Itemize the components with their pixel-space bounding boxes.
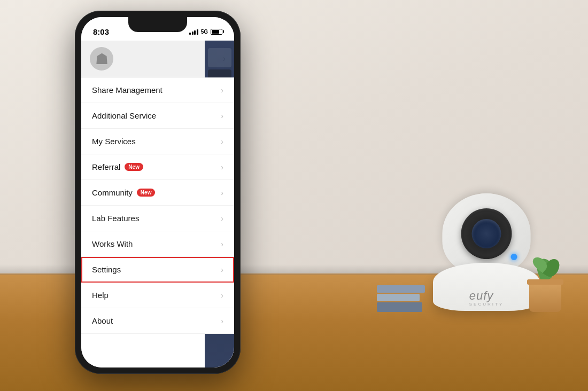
app-content: ☗ › Share Management › Additional Servic… bbox=[81, 41, 234, 367]
menu-list: Share Management › Additional Service › … bbox=[81, 77, 234, 334]
badge-community: New bbox=[137, 189, 156, 197]
phone: 8:03 5G bbox=[75, 11, 251, 380]
plant-pot bbox=[529, 283, 561, 312]
menu-item-help[interactable]: Help › bbox=[81, 283, 234, 308]
menu-chevron-referral: › bbox=[221, 163, 223, 171]
network-type: 5G bbox=[201, 29, 208, 35]
menu-item-label-referral: Referral bbox=[92, 162, 120, 171]
books bbox=[377, 285, 425, 312]
camera-lens-inner bbox=[472, 219, 501, 248]
menu-item-left-referral: Referral New bbox=[92, 162, 143, 171]
menu-item-label-works-with: Works With bbox=[92, 239, 133, 248]
menu-chevron-share-management: › bbox=[221, 86, 223, 95]
menu-item-left-settings: Settings bbox=[92, 265, 121, 274]
menu-item-left-help: Help bbox=[92, 291, 109, 300]
menu-item-left-lab-features: Lab Features bbox=[92, 214, 139, 223]
menu-chevron-lab-features: › bbox=[221, 214, 223, 223]
status-time: 8:03 bbox=[93, 27, 109, 36]
menu-item-lab-features[interactable]: Lab Features › bbox=[81, 206, 234, 231]
menu-item-settings[interactable]: Settings › bbox=[81, 257, 234, 283]
status-icons: 5G bbox=[189, 28, 222, 35]
menu-item-my-services[interactable]: My Services › bbox=[81, 129, 234, 154]
menu-chevron-works-with: › bbox=[221, 240, 223, 248]
battery-fill bbox=[212, 30, 219, 34]
camera-device: eufy SECURITY bbox=[433, 263, 540, 311]
menu-chevron-community: › bbox=[221, 189, 223, 197]
menu-chevron-help: › bbox=[221, 291, 223, 300]
badge-referral: New bbox=[125, 163, 143, 171]
battery-icon bbox=[211, 29, 222, 35]
menu-item-left-about: About bbox=[92, 316, 113, 325]
menu-item-left-works-with: Works With bbox=[92, 239, 133, 248]
menu-chevron-additional-service: › bbox=[221, 112, 223, 120]
menu-chevron-settings: › bbox=[221, 265, 223, 274]
signal-bar-4 bbox=[197, 29, 198, 35]
notch bbox=[128, 17, 187, 32]
menu-item-label-help: Help bbox=[92, 291, 109, 300]
camera-brand: eufy bbox=[469, 290, 504, 302]
avatar-icon: ☗ bbox=[95, 50, 109, 68]
menu-item-about[interactable]: About › bbox=[81, 308, 234, 334]
menu-item-label-about: About bbox=[92, 316, 113, 325]
menu-chevron-about: › bbox=[221, 317, 223, 325]
avatar: ☗ bbox=[90, 47, 113, 71]
plant bbox=[529, 283, 561, 312]
camera-head bbox=[443, 193, 531, 273]
signal-bars bbox=[189, 28, 198, 35]
menu-item-left-additional-service: Additional Service bbox=[92, 111, 156, 120]
menu-item-referral[interactable]: Referral New › bbox=[81, 154, 234, 180]
menu-item-left-my-services: My Services bbox=[92, 137, 136, 146]
signal-bar-2 bbox=[192, 32, 194, 35]
phone-body: 8:03 5G bbox=[75, 11, 241, 374]
menu-item-label-my-services: My Services bbox=[92, 137, 136, 146]
camera-indicator bbox=[511, 254, 517, 260]
menu-item-share-management[interactable]: Share Management › bbox=[81, 77, 234, 103]
camera-brand-sub: SECURITY bbox=[469, 302, 504, 307]
menu-item-works-with[interactable]: Works With › bbox=[81, 231, 234, 257]
menu-item-left-community: Community New bbox=[92, 188, 155, 197]
menu-chevron-my-services: › bbox=[221, 137, 223, 146]
menu-item-community[interactable]: Community New › bbox=[81, 180, 234, 206]
signal-bar-1 bbox=[189, 33, 191, 35]
menu-item-label-additional-service: Additional Service bbox=[92, 111, 156, 120]
camera-lens bbox=[461, 208, 512, 259]
phone-screen: 8:03 5G bbox=[81, 17, 234, 367]
menu-item-additional-service[interactable]: Additional Service › bbox=[81, 103, 234, 129]
signal-bar-3 bbox=[194, 30, 196, 35]
menu-item-label-lab-features: Lab Features bbox=[92, 214, 139, 223]
menu-item-left-share-management: Share Management bbox=[92, 85, 163, 95]
menu-item-label-settings: Settings bbox=[92, 265, 121, 274]
menu-item-label-share-management: Share Management bbox=[92, 85, 163, 95]
camera-base: eufy SECURITY bbox=[433, 263, 540, 311]
menu-item-label-community: Community bbox=[92, 188, 133, 197]
bg-card-1 bbox=[208, 48, 231, 67]
